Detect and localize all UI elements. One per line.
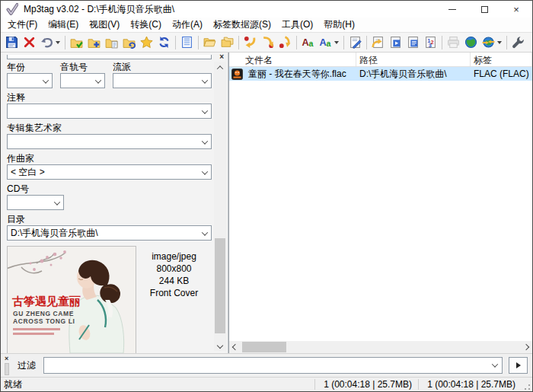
change-directory-icon <box>70 36 83 49</box>
refresh-directory-icon <box>123 36 136 49</box>
filter-input[interactable] <box>43 357 503 374</box>
status-bar: 就绪 1 (00:04:18 | 25.7MB) 1 (00:04:18 | 2… <box>1 377 532 391</box>
print-button <box>445 34 462 51</box>
scroll-up-icon[interactable] <box>214 62 226 73</box>
menu-tools[interactable]: 工具(O) <box>276 18 318 32</box>
case-conversion-alt-button[interactable]: Aa <box>317 34 341 51</box>
play-icon <box>516 362 521 368</box>
refresh-button[interactable] <box>155 34 173 51</box>
combo-dropdown-icon[interactable] <box>202 138 208 144</box>
maximize-button[interactable] <box>468 1 500 18</box>
main-area: × 年份音轨号流派注释专辑集艺术家作曲家< 空白 >CD号目录D:\手机海贝音乐… <box>1 52 532 353</box>
field-row: 目录D:\手机海贝音乐歌曲\ <box>7 214 212 241</box>
album-art[interactable]: 古筝遇见童丽 GU ZHENG CAME ACROSS TONG LI <box>7 246 136 353</box>
combo-dropdown-icon[interactable] <box>202 229 208 235</box>
tag-source-doc-alt-button[interactable] <box>404 34 422 51</box>
filter-close-icon[interactable]: × <box>5 355 8 362</box>
file-row[interactable]: 童丽 - 我在春天等你.flacD:\手机海贝音乐歌曲\FLAC (FLAC) <box>229 67 532 81</box>
tag-panel-scrollbar[interactable] <box>214 62 226 351</box>
field-combo-composer[interactable]: < 空白 > <box>7 164 212 180</box>
web-source-button[interactable] <box>462 34 480 51</box>
column-header-tag[interactable]: 标签 <box>471 53 532 66</box>
open-playlist-folder-button[interactable] <box>103 34 120 51</box>
add-directory-button[interactable] <box>85 34 103 51</box>
combo-dropdown-icon[interactable] <box>95 77 101 83</box>
toolbar-separator <box>175 36 176 49</box>
filter-run-button[interactable] <box>509 357 528 374</box>
scroll-right-icon[interactable] <box>520 341 532 353</box>
copy-folder-button[interactable] <box>219 34 236 51</box>
actions-edit-button[interactable] <box>346 34 364 51</box>
close-button[interactable]: × <box>500 1 532 18</box>
menu-actions[interactable]: 动作(A) <box>167 18 208 32</box>
options-wrench-button[interactable] <box>509 34 527 51</box>
minimize-icon <box>448 9 456 10</box>
hscrollbar-thumb[interactable] <box>242 342 286 352</box>
tag-panel-close-icon[interactable]: × <box>219 53 224 61</box>
toolbar: AaAa123 <box>1 32 532 52</box>
remove-tag-button[interactable] <box>21 34 38 51</box>
tag-source-doc-button[interactable] <box>387 34 404 51</box>
combo-dropdown-icon[interactable] <box>202 107 208 113</box>
undo-dropdown-icon[interactable] <box>56 41 60 44</box>
minimize-button[interactable] <box>436 1 468 18</box>
refresh-directory-button[interactable] <box>120 34 138 51</box>
field-combo-genre[interactable] <box>113 73 212 88</box>
svg-text:A: A <box>302 37 309 48</box>
field-combo-albumartist[interactable] <box>7 134 212 149</box>
field-discnumber: CD号 <box>7 183 64 210</box>
combo-dropdown-icon[interactable] <box>202 77 208 83</box>
convert-filename-tag-icon <box>261 36 274 49</box>
playlist-export-button[interactable] <box>369 34 387 51</box>
field-directory: 目录D:\手机海贝音乐歌曲\ <box>7 214 212 241</box>
case-conversion-alt-dropdown-icon[interactable] <box>334 41 339 44</box>
change-directory-button[interactable] <box>68 34 85 51</box>
undo-button[interactable] <box>38 34 62 51</box>
convert-text-tag-button[interactable] <box>276 34 294 51</box>
field-combo-comment[interactable] <box>7 104 212 119</box>
field-year: 年份 <box>7 62 53 88</box>
filter-grip[interactable] <box>5 363 9 375</box>
save-button[interactable] <box>3 34 21 51</box>
combo-dropdown-icon[interactable] <box>202 168 208 174</box>
combo-dropdown-icon[interactable] <box>54 199 60 205</box>
file-tag-cell: FLAC (FLAC) <box>471 69 532 79</box>
toolbar-separator <box>506 36 507 49</box>
scrollbar-thumb[interactable] <box>215 238 225 333</box>
convert-tag-filename-button[interactable] <box>241 34 259 51</box>
partial-combo-top[interactable] <box>7 55 212 59</box>
resize-grip[interactable] <box>522 378 532 392</box>
field-combo-track[interactable] <box>60 73 105 88</box>
scroll-left-icon[interactable] <box>229 341 241 353</box>
menu-help[interactable]: 帮助(H) <box>318 18 360 32</box>
field-comment: 注释 <box>7 92 212 119</box>
open-playlist-folder-icon <box>105 36 118 49</box>
combo-dropdown-icon[interactable] <box>43 77 49 83</box>
field-combo-year[interactable] <box>7 73 53 88</box>
field-combo-discnumber[interactable] <box>7 195 64 210</box>
web-source-alt-dropdown-icon[interactable] <box>497 41 502 44</box>
case-conversion-button[interactable]: Aa <box>299 34 317 51</box>
menu-convert[interactable]: 转换(C) <box>125 18 167 32</box>
menu-file[interactable]: 文件(F) <box>2 18 43 32</box>
undo-icon <box>40 36 53 49</box>
convert-filename-tag-button[interactable] <box>259 34 276 51</box>
extended-tags-button[interactable] <box>178 34 196 51</box>
scroll-down-icon[interactable] <box>214 339 226 351</box>
column-header-path[interactable]: 路径 <box>356 53 471 66</box>
file-list-hscrollbar[interactable] <box>229 341 532 353</box>
track-numbering-button[interactable]: 123 <box>422 34 439 51</box>
field-row: 专辑集艺术家 <box>7 123 212 149</box>
open-folder-button[interactable] <box>201 34 219 51</box>
menu-view[interactable]: 视图(V) <box>84 18 125 32</box>
web-source-alt-button[interactable] <box>480 34 504 51</box>
flac-file-icon <box>231 69 243 80</box>
column-header-filename[interactable]: 文件名 <box>229 53 356 66</box>
menu-edit[interactable]: 编辑(E) <box>43 18 84 32</box>
status-ready: 就绪 <box>1 378 314 391</box>
field-combo-directory[interactable]: D:\手机海贝音乐歌曲\ <box>7 225 212 241</box>
svg-text:a: a <box>327 39 331 48</box>
menu-tag-sources[interactable]: 标签数据源(S) <box>208 18 276 32</box>
field-composer: 作曲家< 空白 > <box>7 153 212 180</box>
favorites-star-button[interactable] <box>138 34 155 51</box>
